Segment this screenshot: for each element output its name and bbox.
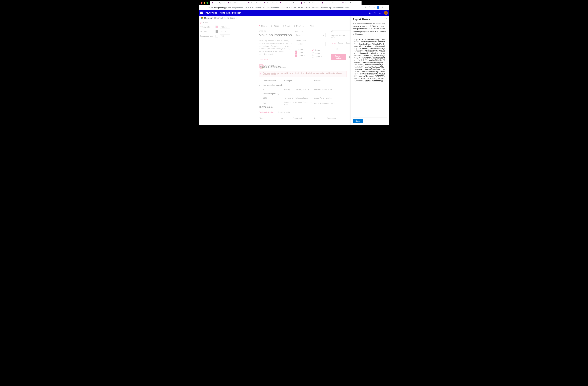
lock-icon — [211, 7, 213, 9]
error-icon: ✕ — [260, 73, 262, 75]
browser-tab[interactable]: Power Apps× — [247, 1, 263, 5]
window-traffic-lights[interactable] — [201, 2, 208, 4]
browser-tab[interactable]: Power Apps Review Tool -× — [341, 1, 361, 5]
hex-input[interactable]: #ffffff — [220, 34, 230, 38]
user-avatar[interactable] — [384, 11, 388, 15]
powerapps-icon — [321, 2, 323, 4]
forward-button[interactable] — [204, 6, 206, 9]
chevron-down-icon[interactable]: ⌄ — [259, 80, 263, 82]
chevron-right-icon: › — [269, 58, 269, 60]
browser-tab[interactable]: Power Apps× — [263, 1, 279, 5]
pivot-home[interactable]: Home — [331, 42, 336, 45]
settings-icon[interactable] — [374, 12, 376, 14]
tab-fabric-palette[interactable]: Fabric palette slots — [259, 111, 274, 115]
a11y-group-non-accessible[interactable]: ⌄ Non accessible pairs (1) — [259, 83, 347, 87]
dropdown[interactable]: Content⌄ — [295, 33, 326, 37]
sparkle-icon[interactable] — [341, 48, 343, 51]
new-button[interactable]: ＋New⌄ — [259, 24, 268, 27]
close-window-icon[interactable] — [201, 2, 203, 4]
export-description: This code block creates the theme you ca… — [353, 22, 387, 35]
extensions-icon[interactable] — [373, 6, 375, 9]
close-panel-icon[interactable]: ✕ — [386, 17, 388, 20]
close-tab-icon[interactable]: × — [224, 2, 225, 4]
chevron-down-icon: ⌄ — [323, 34, 324, 36]
pivot-pages[interactable]: Pages — [338, 42, 343, 45]
slider-thumb[interactable] — [331, 30, 333, 32]
back-button[interactable] — [200, 6, 202, 9]
all-tabs-button[interactable] — [385, 2, 387, 4]
color-swatch[interactable] — [215, 35, 218, 38]
app-bar: Power Apps | Fluent Theme Designer — [199, 10, 389, 16]
mobile-icon[interactable] — [336, 48, 338, 51]
radio-option2[interactable]: Option 2 — [312, 52, 322, 55]
new-tab-button[interactable]: + — [361, 1, 365, 4]
upload-button[interactable]: Upload — [271, 24, 279, 27]
powerapps-icon — [264, 2, 266, 4]
browser-tab[interactable]: Creator Kit Control Referen× — [299, 1, 320, 5]
chevron-down-icon: ⌄ — [259, 84, 263, 86]
browser-tab[interactable]: Power Apps× — [210, 1, 226, 5]
sub-title: | Fluent UI Theme Designer — [214, 17, 237, 19]
extension-badge-icon[interactable] — [377, 6, 379, 9]
download-icon[interactable] — [369, 12, 371, 14]
cloud-icon[interactable] — [331, 48, 333, 51]
upload-icon — [271, 25, 273, 27]
tab-semantic-slots[interactable]: Semantic slots — [278, 111, 290, 115]
color-row-bg: Background color #ffffff — [200, 34, 234, 38]
browser-tab[interactable]: Reviews - Power Apps× — [320, 1, 341, 5]
tab-label: Code Review Tool Experim — [230, 2, 243, 4]
brand-text: Microsoft — [204, 17, 213, 19]
browser-tab[interactable]: Code Review Tool Experim× — [226, 1, 247, 5]
left-panel: Color Primary color #f00e4a Text color #… — [200, 21, 234, 39]
download-icon — [294, 25, 295, 27]
browser-tabstrip: Power Apps× Code Review Tool Experim× Po… — [210, 1, 388, 5]
browser-tab-active[interactable]: Fluent Theme Designer - P× — [279, 1, 299, 5]
color-swatch[interactable] — [215, 30, 218, 33]
download-button[interactable]: Download — [294, 24, 305, 27]
close-tab-icon[interactable]: × — [297, 2, 298, 4]
text-label: Enter text here — [295, 39, 326, 41]
url-host: apps.powerapps.com — [214, 7, 231, 9]
chevron-down-icon: ⌄ — [266, 25, 268, 27]
minimize-window-icon[interactable] — [204, 2, 205, 4]
close-tab-icon[interactable]: × — [359, 2, 360, 4]
color-swatch[interactable] — [215, 25, 218, 28]
close-tab-icon[interactable]: × — [318, 2, 319, 4]
a11y-error-banner: ✕ Your color palette has 1 accessibility… — [259, 71, 347, 77]
color-label: Primary color — [200, 26, 214, 28]
slot-tabs: Fabric palette slots Semantic slots — [259, 111, 347, 115]
primary-button[interactable]: Primary button — [331, 54, 346, 60]
tab-label: Power Apps — [267, 2, 275, 4]
checkbox-icon — [295, 48, 297, 51]
menu-icon[interactable] — [386, 6, 388, 9]
close-tab-icon[interactable]: × — [276, 2, 277, 4]
bookmark-icon[interactable] — [369, 6, 371, 9]
export-code-box[interactable]: { palette: { themePrimary: "#f00e4a", th… — [353, 37, 387, 118]
a11y-group-accessible[interactable]: ⌄ Accessible pairs (2) — [259, 92, 347, 96]
help-icon[interactable] — [379, 12, 381, 14]
share-icon[interactable] — [364, 6, 367, 9]
radio-option3[interactable]: Option 3 — [312, 55, 322, 58]
url-path: /play/2f6b0e93-7676-4072-ab3d-0644915eb4… — [232, 7, 351, 9]
hex-input[interactable]: #323130 — [220, 30, 230, 33]
reload-button[interactable] — [208, 6, 210, 9]
share-button[interactable]: Share — [282, 24, 290, 27]
close-tab-icon[interactable]: × — [260, 2, 261, 4]
fit-icon[interactable] — [363, 12, 366, 14]
tab-label: Creator Kit Control Referen — [303, 2, 317, 4]
text-input[interactable]: Placeholder — [295, 42, 326, 46]
close-tab-icon[interactable]: × — [338, 2, 339, 4]
powerapps-icon — [227, 2, 229, 4]
close-button[interactable]: Close — [353, 119, 363, 123]
profile-icon[interactable] — [381, 6, 384, 9]
maximize-window-icon[interactable] — [207, 2, 208, 4]
hex-input[interactable]: #f00e4a — [220, 25, 230, 29]
app-launcher-icon[interactable] — [200, 12, 203, 14]
radio-option1[interactable]: Option 1 — [312, 49, 322, 51]
more-button[interactable]: ···More — [308, 24, 314, 27]
radio-column: Option 1 Option 2 Option 3 — [312, 48, 322, 58]
url-field[interactable]: apps.powerapps.com/play/2f6b0e93-7676-40… — [211, 7, 363, 9]
powerapps-icon — [342, 2, 344, 4]
export-theme-panel: ✕ Export Theme This code block creates t… — [351, 16, 389, 125]
close-tab-icon[interactable]: × — [244, 2, 245, 4]
